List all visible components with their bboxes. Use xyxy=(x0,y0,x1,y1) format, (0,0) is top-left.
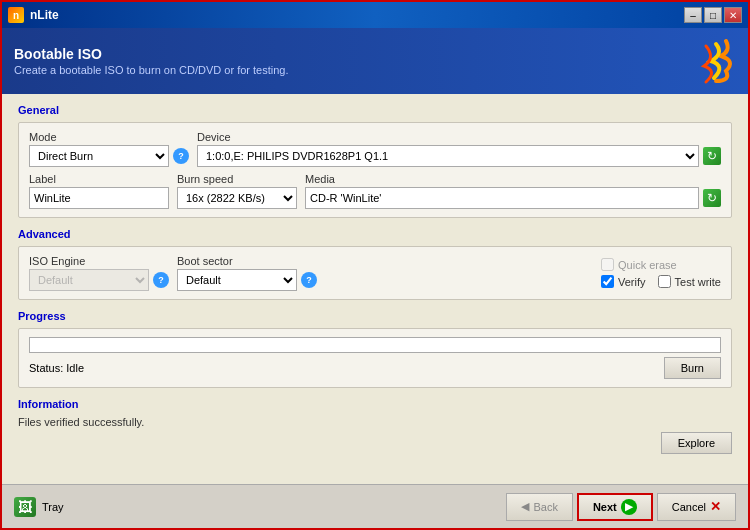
test-write-label: Test write xyxy=(675,276,721,288)
iso-engine-select: Default xyxy=(29,269,149,291)
window-title: nLite xyxy=(30,8,59,22)
back-button[interactable]: ◀ Back xyxy=(506,493,572,521)
verify-group: Verify xyxy=(601,275,646,288)
mode-field: Mode Direct Burn Create ISO Test ? xyxy=(29,131,189,167)
maximize-button[interactable]: □ xyxy=(704,7,722,23)
verify-checkbox[interactable] xyxy=(601,275,614,288)
iso-engine-label: ISO Engine xyxy=(29,255,169,267)
information-text: Files verified successfully. xyxy=(18,416,732,428)
burn-speed-field: Burn speed 4x (600 KB/s) 8x (1200 KB/s) … xyxy=(177,173,297,209)
mode-info-icon[interactable]: ? xyxy=(173,148,189,164)
general-body: Mode Direct Burn Create ISO Test ? Devic… xyxy=(18,122,732,218)
minimize-button[interactable]: – xyxy=(684,7,702,23)
test-write-group: Test write xyxy=(658,275,721,288)
burn-button[interactable]: Burn xyxy=(664,357,721,379)
explore-row: Explore xyxy=(18,432,732,454)
boot-sector-info-icon[interactable]: ? xyxy=(301,272,317,288)
next-label: Next xyxy=(593,501,617,513)
status-text: Status: Idle xyxy=(29,362,84,374)
device-field: Device 1:0:0,E: PHILIPS DVDR1628P1 Q1.1 … xyxy=(197,131,721,167)
bottom-bar: 🖼 Tray ◀ Back Next ▶ Cancel ✕ xyxy=(2,484,748,528)
label-input[interactable] xyxy=(29,187,169,209)
header-area: Bootable ISO Create a bootable ISO to bu… xyxy=(2,28,748,94)
window-controls: – □ ✕ xyxy=(684,7,742,23)
test-write-checkbox[interactable] xyxy=(658,275,671,288)
quick-erase-checkbox xyxy=(601,258,614,271)
cancel-x-icon: ✕ xyxy=(710,499,721,514)
nav-buttons: ◀ Back Next ▶ Cancel ✕ xyxy=(506,493,736,521)
progress-bar-container xyxy=(29,337,721,353)
boot-sector-label: Boot sector xyxy=(177,255,317,267)
explore-button[interactable]: Explore xyxy=(661,432,732,454)
tray-item: 🖼 Tray xyxy=(14,497,64,517)
label-field: Label xyxy=(29,173,169,209)
progress-label: Progress xyxy=(18,310,732,322)
main-window: n nLite – □ ✕ Bootable ISO Create a boot… xyxy=(0,0,750,530)
mode-label: Mode xyxy=(29,131,189,143)
progress-body: Status: Idle Burn xyxy=(18,328,732,388)
close-button[interactable]: ✕ xyxy=(724,7,742,23)
advanced-label: Advanced xyxy=(18,228,732,240)
media-field: Media ↻ xyxy=(305,173,721,209)
mode-device-row: Mode Direct Burn Create ISO Test ? Devic… xyxy=(29,131,721,167)
quick-erase-label: Quick erase xyxy=(618,259,677,271)
boot-sector-field: Boot sector Default ? xyxy=(177,255,317,291)
burn-speed-label: Burn speed xyxy=(177,173,297,185)
label-label: Label xyxy=(29,173,169,185)
media-label: Media xyxy=(305,173,721,185)
back-label: Back xyxy=(533,501,557,513)
app-logo xyxy=(676,36,736,86)
checkboxes-col: Quick erase Verify Test write xyxy=(601,258,721,288)
main-content: General Mode Direct Burn Create ISO Test… xyxy=(2,94,748,484)
advanced-row: ISO Engine Default ? Boot sector xyxy=(29,255,721,291)
burn-speed-select[interactable]: 4x (600 KB/s) 8x (1200 KB/s) 16x (2822 K… xyxy=(177,187,297,209)
title-bar: n nLite – □ ✕ xyxy=(2,2,748,28)
general-section: General Mode Direct Burn Create ISO Test… xyxy=(18,104,732,218)
cancel-label: Cancel xyxy=(672,501,706,513)
device-refresh-icon[interactable]: ↻ xyxy=(703,147,721,165)
app-icon: n xyxy=(8,7,24,23)
general-label: General xyxy=(18,104,732,116)
next-button[interactable]: Next ▶ xyxy=(577,493,653,521)
advanced-body: ISO Engine Default ? Boot sector xyxy=(18,246,732,300)
boot-sector-select[interactable]: Default xyxy=(177,269,297,291)
page-subtitle: Create a bootable ISO to burn on CD/DVD … xyxy=(14,64,289,76)
cancel-button[interactable]: Cancel ✕ xyxy=(657,493,736,521)
page-title: Bootable ISO xyxy=(14,46,289,62)
tray-label: Tray xyxy=(42,501,64,513)
device-select[interactable]: 1:0:0,E: PHILIPS DVDR1628P1 Q1.1 xyxy=(197,145,699,167)
iso-engine-field: ISO Engine Default ? xyxy=(29,255,169,291)
information-section: Information Files verified successfully.… xyxy=(18,398,732,454)
media-refresh-icon[interactable]: ↻ xyxy=(703,189,721,207)
quick-erase-group: Quick erase xyxy=(601,258,721,271)
iso-engine-info-icon[interactable]: ? xyxy=(153,272,169,288)
progress-section: Progress Status: Idle Burn xyxy=(18,310,732,388)
tray-icon: 🖼 xyxy=(14,497,36,517)
verify-label: Verify xyxy=(618,276,646,288)
advanced-section: Advanced ISO Engine Default ? xyxy=(18,228,732,300)
device-label: Device xyxy=(197,131,721,143)
next-icon: ▶ xyxy=(621,499,637,515)
media-input[interactable] xyxy=(305,187,699,209)
information-label: Information xyxy=(18,398,732,410)
header-text: Bootable ISO Create a bootable ISO to bu… xyxy=(14,46,289,76)
mode-select[interactable]: Direct Burn Create ISO Test xyxy=(29,145,169,167)
status-row: Status: Idle Burn xyxy=(29,357,721,379)
label-speed-media-row: Label Burn speed 4x (600 KB/s) 8x (1200 … xyxy=(29,173,721,209)
